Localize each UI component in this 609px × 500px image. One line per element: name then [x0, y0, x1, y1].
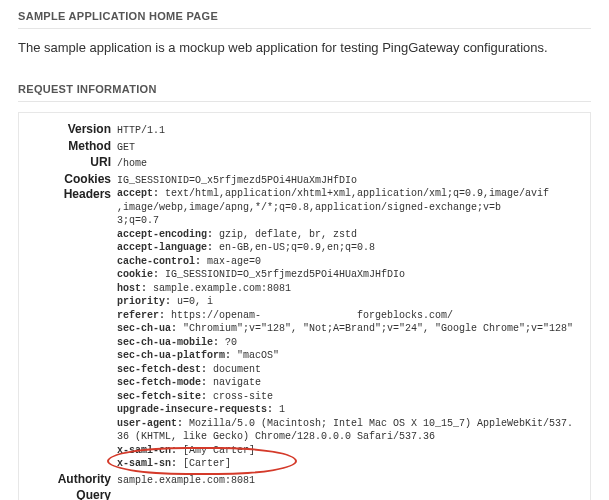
header-line: cache-control: max-age=0: [117, 255, 582, 269]
header-key: upgrade-insecure-requests:: [117, 404, 273, 415]
header-key: sec-fetch-dest:: [117, 364, 207, 375]
header-line: accept-encoding: gzip, deflate, br, zstd: [117, 228, 582, 242]
header-line: sec-ch-ua-mobile: ?0: [117, 336, 582, 350]
request-info-panel: Version HTTP/1.1 Method GET URI /home Co…: [18, 112, 591, 500]
header-key: sec-fetch-site:: [117, 391, 207, 402]
header-key: accept-encoding:: [117, 229, 213, 240]
label-method: Method: [27, 138, 117, 154]
row-method: Method GET: [27, 138, 582, 155]
header-key: sec-ch-ua:: [117, 323, 177, 334]
value-method: GET: [117, 140, 582, 155]
label-query-1: Query: [27, 487, 117, 500]
label-cookies: Cookies: [27, 171, 117, 187]
headers-block: accept: text/html,application/xhtml+xml,…: [117, 187, 582, 471]
value-cookies: IG_SESSIONID=O_x5rfjmezd5POi4HUaXmJHfDIo: [117, 173, 582, 188]
row-cookies: Cookies IG_SESSIONID=O_x5rfjmezd5POi4HUa…: [27, 171, 582, 188]
label-uri: URI: [27, 154, 117, 170]
header-key: cookie:: [117, 269, 159, 280]
value-authority: sample.example.com:8081: [117, 473, 582, 488]
header-line: x-saml-cn: [Amy Carter]: [117, 444, 582, 458]
header-key: sec-ch-ua-platform:: [117, 350, 231, 361]
header-line: upgrade-insecure-requests: 1: [117, 403, 582, 417]
home-section-title: SAMPLE APPLICATION HOME PAGE: [18, 10, 591, 29]
header-key: x-saml-sn:: [117, 458, 177, 469]
intro-text: The sample application is a mockup web a…: [18, 39, 591, 57]
row-headers: Headers accept: text/html,application/xh…: [27, 187, 582, 471]
header-key: accept-language:: [117, 242, 213, 253]
header-line: sec-fetch-mode: navigate: [117, 376, 582, 390]
header-line: sec-ch-ua-platform: "macOS": [117, 349, 582, 363]
header-line: x-saml-sn: [Carter]: [117, 457, 582, 471]
header-line: cookie: IG_SESSIONID=O_x5rfjmezd5POi4HUa…: [117, 268, 582, 282]
request-info-title: REQUEST INFORMATION: [18, 83, 591, 102]
header-line-cont: ,image/webp,image/apng,*/*;q=0.8,applica…: [117, 201, 582, 215]
header-line-cont: 36 (KHTML, like Gecko) Chrome/128.0.0.0 …: [117, 430, 582, 444]
header-line: sec-fetch-dest: document: [117, 363, 582, 377]
header-key: priority:: [117, 296, 171, 307]
header-line-cont: 3;q=0.7: [117, 214, 582, 228]
header-line: user-agent: Mozilla/5.0 (Macintosh; Inte…: [117, 417, 582, 431]
header-line: referer: https://openam- forgeblocks.com…: [117, 309, 582, 323]
header-line: accept: text/html,application/xhtml+xml,…: [117, 187, 582, 201]
label-headers: Headers: [27, 187, 117, 201]
header-line: host: sample.example.com:8081: [117, 282, 582, 296]
header-line: accept-language: en-GB,en-US;q=0.9,en;q=…: [117, 241, 582, 255]
row-uri: URI /home: [27, 154, 582, 171]
row-query-params-1: Query: [27, 487, 582, 500]
value-uri: /home: [117, 156, 582, 171]
row-version: Version HTTP/1.1: [27, 121, 582, 138]
header-key: host:: [117, 283, 147, 294]
header-key: referer:: [117, 310, 165, 321]
header-key: cache-control:: [117, 256, 201, 267]
header-line: sec-ch-ua: "Chromium";v="128", "Not;A=Br…: [117, 322, 582, 336]
row-authority: Authority sample.example.com:8081: [27, 471, 582, 488]
header-key: sec-ch-ua-mobile:: [117, 337, 219, 348]
value-query: [117, 498, 582, 499]
label-authority: Authority: [27, 471, 117, 487]
header-key: x-saml-cn:: [117, 445, 177, 456]
header-line: priority: u=0, i: [117, 295, 582, 309]
header-key: accept:: [117, 188, 159, 199]
header-key: user-agent:: [117, 418, 183, 429]
label-version: Version: [27, 121, 117, 137]
header-line: sec-fetch-site: cross-site: [117, 390, 582, 404]
header-key: sec-fetch-mode:: [117, 377, 207, 388]
value-version: HTTP/1.1: [117, 123, 582, 138]
